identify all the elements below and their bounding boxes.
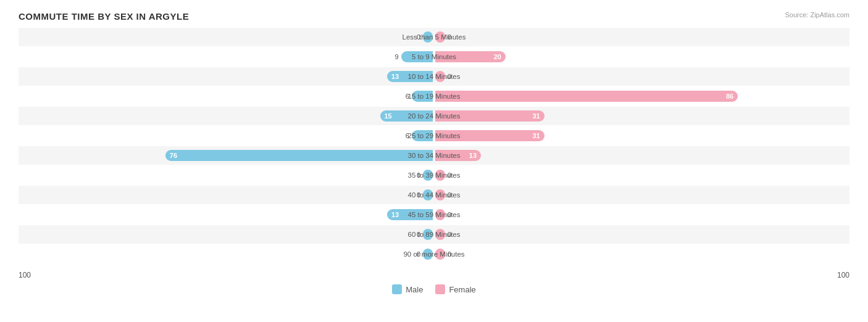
male-value: 6 xyxy=(406,132,409,139)
male-bar xyxy=(423,229,433,240)
table-row: 035 to 39 Minutes0 xyxy=(19,166,849,184)
female-bar: 31 xyxy=(435,110,545,122)
male-bar: 76 xyxy=(165,150,433,161)
female-bar xyxy=(435,71,445,82)
legend-male-box xyxy=(392,284,402,294)
chart-container: COMMUTE TIME BY SEX IN ARGYLE Source: Zi… xyxy=(0,0,868,322)
female-bar: 31 xyxy=(435,130,545,141)
male-bar: 15 xyxy=(380,110,433,122)
axis-right: 100 xyxy=(837,271,849,279)
male-bar xyxy=(412,130,433,141)
source-label: Source: ZipAtlas.com xyxy=(785,11,849,19)
female-bar: 20 xyxy=(435,51,506,62)
axis-left: 100 xyxy=(19,271,31,279)
table-row: 1310 to 14 Minutes0 xyxy=(19,67,849,86)
male-bar xyxy=(423,189,433,200)
table-row: 040 to 44 Minutes0 xyxy=(19,186,849,204)
male-value: 9 xyxy=(395,53,399,60)
table-row: 090 or more Minutes0 xyxy=(19,245,849,263)
table-row: 060 to 89 Minutes0 xyxy=(19,225,849,244)
male-bar: 13 xyxy=(387,209,433,220)
female-value: 0 xyxy=(448,171,451,179)
table-row: 1345 to 59 Minutes0 xyxy=(19,205,849,224)
female-value: 86 xyxy=(726,93,733,100)
male-value: 0 xyxy=(417,171,420,179)
legend-female: Female xyxy=(435,284,475,294)
male-bar xyxy=(412,91,433,102)
female-value: 0 xyxy=(448,250,451,258)
male-value: 6 xyxy=(406,93,409,100)
male-value: 13 xyxy=(391,73,399,80)
female-value: 0 xyxy=(448,191,451,199)
male-value: 0 xyxy=(417,250,420,258)
legend-female-label: Female xyxy=(449,285,475,294)
female-value: 13 xyxy=(469,152,477,159)
chart-title: COMMUTE TIME BY SEX IN ARGYLE xyxy=(19,11,849,22)
male-bar xyxy=(423,31,433,43)
female-bar xyxy=(435,170,445,181)
female-bar xyxy=(435,249,445,260)
female-value: 0 xyxy=(448,33,451,41)
table-row: 0Less than 5 Minutes0 xyxy=(19,28,849,46)
male-value: 0 xyxy=(417,231,420,238)
chart-area: 0Less than 5 Minutes095 to 9 Minutes2013… xyxy=(19,28,849,268)
male-bar xyxy=(423,249,433,260)
table-row: 625 to 29 Minutes31 xyxy=(19,126,849,145)
male-bar xyxy=(423,170,433,181)
table-row: 615 to 19 Minutes86 xyxy=(19,87,849,105)
male-value: 0 xyxy=(417,33,420,41)
female-bar xyxy=(435,31,445,43)
female-value: 0 xyxy=(448,73,451,80)
legend-male: Male xyxy=(392,284,423,294)
female-value: 31 xyxy=(532,112,540,120)
female-bar xyxy=(435,229,445,240)
axis-labels: 100 100 xyxy=(19,271,849,279)
female-bar xyxy=(435,189,445,200)
legend-male-label: Male xyxy=(406,285,423,294)
male-bar: 13 xyxy=(387,71,433,82)
female-bar: 86 xyxy=(435,91,738,102)
female-value: 31 xyxy=(532,132,540,139)
table-row: 95 to 9 Minutes20 xyxy=(19,47,849,66)
female-value: 0 xyxy=(448,211,451,218)
male-value: 0 xyxy=(417,191,420,199)
male-bar xyxy=(401,51,433,62)
female-bar xyxy=(435,209,445,220)
legend: Male Female xyxy=(19,284,849,294)
table-row: 7630 to 34 Minutes13 xyxy=(19,146,849,165)
male-value: 15 xyxy=(385,112,392,120)
legend-female-box xyxy=(435,284,445,294)
female-value: 0 xyxy=(448,231,451,238)
table-row: 1520 to 24 Minutes31 xyxy=(19,107,849,125)
female-bar: 13 xyxy=(435,150,481,161)
male-value: 76 xyxy=(170,152,177,159)
male-value: 13 xyxy=(391,211,399,218)
female-value: 20 xyxy=(494,53,501,60)
